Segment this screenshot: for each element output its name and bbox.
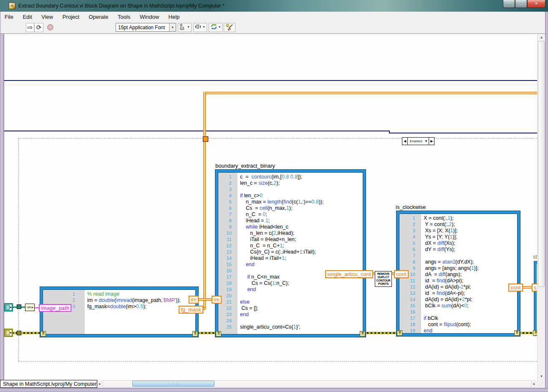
error-in-terminal[interactable]: ▸ bbox=[4, 329, 13, 337]
orange-tunnel[interactable] bbox=[203, 136, 208, 142]
cleanup-diagram-button[interactable]: + bbox=[224, 23, 235, 32]
node-label-is-clockwise[interactable]: is_clockwise bbox=[396, 204, 426, 210]
error-terminal-icon bbox=[6, 330, 10, 335]
disable-structure-top-border[interactable] bbox=[18, 138, 537, 138]
chevron-down-icon: ▼ bbox=[202, 25, 205, 28]
error-in-node-icon[interactable]: ⁈ bbox=[40, 331, 46, 337]
error-wire[interactable] bbox=[363, 332, 398, 334]
path-to-string-node[interactable]: ▫abc▸ bbox=[25, 304, 35, 311]
fg-mask-label[interactable]: fg_mask bbox=[179, 306, 203, 314]
node-label-partial: st bbox=[533, 254, 537, 260]
menu-tools[interactable]: Tools bbox=[114, 12, 134, 20]
selector-prev-icon[interactable]: ◀ bbox=[402, 138, 408, 145]
chevron-down-icon[interactable]: ▼ bbox=[423, 138, 429, 145]
distribute-objects-button[interactable]: ▼ bbox=[193, 23, 207, 32]
scroll-up-icon[interactable]: ▲ bbox=[538, 35, 545, 39]
error-out-node-icon[interactable]: ⁈ bbox=[514, 330, 520, 336]
cont-output-label[interactable]: cont bbox=[508, 284, 523, 291]
vi-title-icon: ➪ bbox=[9, 3, 15, 9]
im-input-label[interactable]: im bbox=[212, 296, 222, 304]
sequence-border-top bbox=[4, 80, 537, 81]
selector-next-icon[interactable]: ▶ bbox=[429, 138, 434, 145]
font-selector[interactable]: 15pt Application Font ▼ bbox=[116, 23, 176, 32]
error-wire[interactable] bbox=[197, 332, 217, 334]
align-objects-icon bbox=[179, 23, 186, 30]
mathscript-code[interactable]: 1X = cont(:,1);2 Y = cont(:,2);3 Xs = [X… bbox=[399, 214, 517, 334]
free-label-line: REMOVE bbox=[375, 272, 391, 276]
image-path-label[interactable]: image_path bbox=[39, 304, 71, 312]
path-tunnel[interactable] bbox=[17, 304, 21, 309]
disable-structure-selector[interactable]: ◀ Enabled ▼ ▶ bbox=[402, 137, 434, 145]
title-bar[interactable]: ➪ Extract Boundary Contour.vi Block Diag… bbox=[0, 0, 548, 12]
abort-button[interactable] bbox=[45, 23, 55, 32]
menu-window[interactable]: Window bbox=[136, 12, 163, 20]
minimize-button[interactable]: — bbox=[503, 0, 515, 8]
reorder-icon bbox=[210, 23, 217, 30]
run-icon: ⇨ bbox=[28, 24, 33, 31]
svg-text:+: + bbox=[227, 24, 228, 27]
mathscript-code[interactable]: 1c = contourc(im,[0.8 0.8]);2len_c = siz… bbox=[218, 173, 363, 330]
cont-input-label[interactable]: cont bbox=[394, 270, 409, 278]
run-continuously-button[interactable]: ⟳ bbox=[34, 23, 43, 32]
menu-project[interactable]: Project bbox=[59, 12, 83, 20]
chevron-down-icon: ▼ bbox=[187, 25, 190, 28]
menu-bar: File Edit View Project Operate Tools Win… bbox=[1, 12, 547, 22]
im-output-label[interactable]: im bbox=[189, 296, 199, 304]
sequence-border-left-segment bbox=[4, 131, 389, 131]
mathscript-node-boundary-extract-binary[interactable]: 1c = contourc(im,[0.8 0.8]);2len_c = siz… bbox=[215, 170, 366, 337]
faint-gridline bbox=[4, 85, 537, 85]
fg-mask-top-wire[interactable] bbox=[203, 92, 537, 94]
status-bar: Shape in MathScript.lvproj/My Computer ◂… bbox=[0, 380, 545, 388]
resize-grip[interactable]: ⋰ bbox=[538, 380, 545, 388]
free-label-line: POINTS bbox=[375, 282, 391, 286]
labview-window: ➪ Extract Boundary Contour.vi Block Diag… bbox=[0, 0, 548, 392]
horizontal-scrollbar[interactable]: ⋮⋮⋮ bbox=[103, 380, 532, 387]
menu-edit[interactable]: Edit bbox=[19, 12, 35, 20]
close-button[interactable]: ✕ bbox=[527, 0, 545, 8]
free-label-line: CONTOUR bbox=[375, 279, 391, 282]
fg-mask-riser-wire[interactable] bbox=[203, 92, 206, 309]
vertical-scrollbar-thumb[interactable] bbox=[538, 41, 545, 287]
disable-structure-bottom-border[interactable] bbox=[18, 361, 537, 362]
chevron-down-icon[interactable]: ▼ bbox=[169, 23, 176, 31]
scroll-right-icon[interactable]: ▸ bbox=[533, 382, 535, 386]
error-in-node-icon[interactable]: ⁈ bbox=[216, 331, 221, 337]
broom-icon: + bbox=[225, 24, 234, 31]
disable-structure-left-border[interactable] bbox=[18, 138, 19, 361]
run-continuous-icon: ⟳ bbox=[36, 24, 42, 31]
single-articu-cont-label[interactable]: single_articu_cont bbox=[325, 270, 373, 278]
horizontal-scrollbar-thumb[interactable]: ⋮⋮⋮ bbox=[132, 381, 215, 387]
menu-operate[interactable]: Operate bbox=[85, 12, 112, 20]
menu-view[interactable]: View bbox=[38, 12, 57, 20]
maximize-button[interactable]: ▢ bbox=[515, 0, 527, 8]
toolbar: ⇨ ⟳ 15pt Application Font ▼ ▼ ▼ ▼ + ▸ ? … bbox=[1, 22, 547, 34]
menu-help[interactable]: Help bbox=[165, 12, 184, 20]
sequence-border-right-segment bbox=[389, 133, 537, 133]
window-left-border bbox=[0, 34, 4, 388]
error-tunnel[interactable] bbox=[17, 331, 21, 335]
window-title: Extract Boundary Contour.vi Block Diagra… bbox=[18, 3, 225, 9]
scroll-down-icon[interactable]: ▼ bbox=[538, 374, 545, 378]
error-out-node-icon[interactable]: ⁈ bbox=[360, 331, 365, 337]
align-objects-button[interactable]: ▼ bbox=[178, 23, 192, 32]
run-button[interactable]: ⇨ bbox=[26, 23, 34, 32]
chevron-down-icon: ▼ bbox=[218, 25, 221, 28]
window-bottom-border bbox=[0, 388, 548, 392]
mathscript-node-is-clockwise[interactable]: 1X = cont(:,1);2 Y = cont(:,2);3 Xs = [X… bbox=[396, 211, 520, 336]
error-in-node-icon[interactable]: ⁈ bbox=[397, 330, 402, 336]
selector-value[interactable]: Enabled bbox=[408, 138, 423, 145]
free-label-line: DUPLCT bbox=[375, 276, 391, 279]
window-right-border bbox=[545, 12, 548, 392]
path-terminal-icon bbox=[6, 305, 10, 310]
vertical-scrollbar[interactable]: ▲ ▼ bbox=[537, 34, 545, 380]
mathscript-node-read-image[interactable]: 1% read image2im = double(imread(image_p… bbox=[40, 287, 198, 337]
node-label-boundary-extract-binary[interactable]: boundary_extract_binary bbox=[215, 163, 275, 169]
distribute-objects-icon bbox=[195, 23, 202, 30]
reorder-button[interactable]: ▼ bbox=[209, 23, 222, 32]
error-out-node-icon[interactable]: ⁈ bbox=[192, 331, 198, 337]
execution-target-indicator[interactable]: Shape in MathScript.lvproj/My Computer bbox=[0, 380, 97, 388]
scroll-left-icon[interactable]: ◂ bbox=[98, 382, 100, 386]
menu-file[interactable]: File bbox=[1, 12, 17, 20]
path-control-terminal[interactable]: ▸ bbox=[4, 303, 13, 312]
free-text-label[interactable]: REMOVE DUPLCT CONTOUR POINTS bbox=[375, 271, 392, 287]
